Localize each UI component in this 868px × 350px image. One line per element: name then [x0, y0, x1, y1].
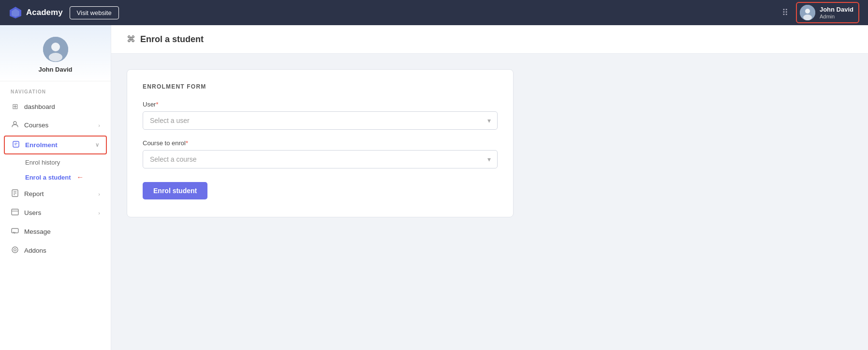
dashboard-icon: ⊞: [11, 102, 19, 111]
svg-rect-16: [12, 209, 18, 215]
page-title: Enrol a student: [140, 34, 204, 45]
top-nav: Academy Visit website ⠿ John David Admin: [0, 0, 868, 25]
sidebar-item-courses[interactable]: Courses ›: [0, 116, 111, 135]
form-section-title: ENROLMENT FORM: [143, 83, 498, 90]
sidebar-avatar: [43, 37, 68, 62]
course-label: Course to enrol*: [143, 139, 498, 147]
enrolment-icon: [12, 140, 20, 150]
courses-icon: [11, 121, 19, 130]
user-name: John David: [820, 6, 853, 14]
sidebar-username: John David: [38, 66, 72, 73]
sidebar-item-label: Addons: [24, 247, 46, 254]
users-icon: [11, 208, 19, 217]
chevron-right-icon: ›: [98, 191, 100, 197]
sidebar-item-addons[interactable]: Addons: [0, 241, 111, 260]
sidebar-item-report[interactable]: Report ›: [0, 184, 111, 203]
svg-point-3: [805, 9, 810, 14]
logo-icon: [9, 6, 22, 19]
svg-point-19: [12, 247, 18, 253]
page-header-icon: ⌘: [127, 34, 135, 45]
sidebar-avatar-img: [43, 37, 68, 62]
sidebar-item-users[interactable]: Users ›: [0, 203, 111, 222]
brand-label: Academy: [26, 8, 63, 17]
nav-section-label: NAVIGATION: [0, 81, 111, 97]
svg-point-4: [803, 15, 812, 20]
layout: John David NAVIGATION ⊞ dashboard Course…: [0, 25, 868, 350]
sidebar-item-label: Users: [24, 209, 41, 216]
chevron-right-icon: ›: [98, 122, 100, 128]
logo: Academy: [9, 6, 63, 19]
sidebar-item-enrol-student[interactable]: Enrol a student ←: [20, 169, 111, 184]
user-role: Admin: [820, 14, 853, 19]
enrol-history-label: Enrol history: [25, 159, 60, 166]
user-select-wrapper: Select a user: [143, 111, 498, 130]
avatar-img: [800, 5, 815, 20]
sidebar-item-label: Enrolment: [25, 141, 58, 149]
sidebar-item-enrol-history[interactable]: Enrol history: [20, 155, 111, 169]
sidebar-item-label: Courses: [24, 122, 48, 129]
sidebar-item-label: Message: [24, 228, 51, 235]
user-info: John David Admin: [820, 6, 853, 19]
grid-icon[interactable]: ⠿: [782, 7, 788, 18]
main-content: ⌘ Enrol a student ENROLMENT FORM User* S…: [111, 25, 868, 350]
sidebar-item-message[interactable]: Message: [0, 222, 111, 241]
svg-point-7: [49, 53, 62, 61]
user-select[interactable]: Select a user: [143, 111, 498, 130]
nav-left: Academy Visit website: [9, 6, 119, 19]
sidebar-item-enrolment[interactable]: Enrolment ∨: [4, 136, 107, 154]
sidebar-item-label: Report: [24, 190, 44, 198]
page-body: ENROLMENT FORM User* Select a user: [111, 54, 868, 233]
nav-right: ⠿ John David Admin: [782, 2, 859, 23]
report-icon: [11, 189, 19, 198]
addons-icon: [11, 246, 19, 255]
course-select[interactable]: Select a course: [143, 150, 498, 168]
enrol-student-label: Enrol a student: [25, 174, 71, 181]
svg-point-8: [14, 122, 16, 124]
visit-website-button[interactable]: Visit website: [70, 6, 119, 19]
page-header: ⌘ Enrol a student: [111, 25, 868, 54]
avatar: [800, 5, 815, 20]
user-field-group: User* Select a user: [143, 101, 498, 130]
user-menu-button[interactable]: John David Admin: [796, 2, 859, 23]
sidebar-item-label: dashboard: [24, 103, 55, 110]
enrolment-form-card: ENROLMENT FORM User* Select a user: [127, 69, 514, 217]
sidebar: John David NAVIGATION ⊞ dashboard Course…: [0, 25, 111, 350]
chevron-down-icon: ∨: [95, 142, 99, 148]
active-arrow-icon: ←: [76, 173, 84, 181]
sidebar-item-dashboard[interactable]: ⊞ dashboard: [0, 97, 111, 116]
required-star: *: [186, 139, 188, 147]
sidebar-profile: John David: [0, 25, 111, 81]
enrolment-submenu: Enrol history Enrol a student ←: [0, 155, 111, 184]
user-label: User*: [143, 101, 498, 108]
svg-rect-9: [13, 141, 19, 147]
required-star: *: [156, 101, 158, 108]
enrol-student-button[interactable]: Enrol student: [143, 182, 207, 199]
chevron-right-icon: ›: [98, 210, 100, 216]
message-icon: [11, 227, 19, 236]
svg-point-6: [51, 43, 60, 51]
svg-point-20: [14, 249, 16, 251]
course-select-wrapper: Select a course: [143, 150, 498, 168]
course-field-group: Course to enrol* Select a course: [143, 139, 498, 168]
